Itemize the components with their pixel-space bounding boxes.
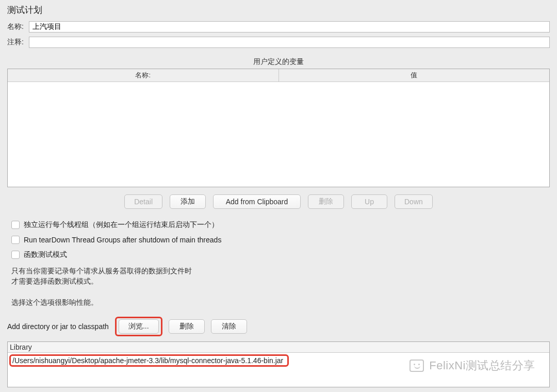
checkbox-icon[interactable] [11,251,20,259]
library-header: Library [8,342,549,353]
comment-row: 注释: [7,37,550,48]
classpath-label: Add directory or jar to classpath [7,322,109,331]
vars-table[interactable]: 名称: 值 [7,69,550,187]
checkbox-icon[interactable] [11,221,20,229]
classpath-delete-button[interactable]: 删除 [169,319,205,334]
comment-input[interactable] [29,37,550,48]
name-input[interactable] [29,21,550,32]
functional-mode-label: 函数测试模式 [24,250,67,259]
col-value-header[interactable]: 值 [279,69,550,81]
checkbox-icon[interactable] [11,236,20,244]
comment-label: 注释: [7,38,29,47]
browse-button[interactable]: 浏览... [119,319,159,334]
name-label: 名称: [7,22,29,31]
add-button[interactable]: 添加 [170,194,206,209]
down-button[interactable]: Down [395,194,433,209]
vars-section-title: 用户定义的变量 [0,56,557,69]
add-from-clipboard-button[interactable]: Add from Clipboard [213,194,301,209]
form-area: 名称: 注释: [0,20,557,56]
col-name-header[interactable]: 名称: [8,69,279,81]
vars-table-body[interactable] [8,82,549,187]
vars-table-header: 名称: 值 [8,69,549,82]
help-line-1: 只有当你需要记录每个请求从服务器取得的数据到文件时 [11,266,546,276]
detail-button[interactable]: Detail [124,194,162,209]
serial-threadgroups-label: 独立运行每个线程组（例如在一个组运行结束后启动下一个） [24,220,219,230]
help-text: 只有当你需要记录每个请求从服务器取得的数据到文件时 才需要选择函数测试模式。 选… [11,266,546,307]
delete-button[interactable]: 删除 [308,194,344,209]
functional-mode-row[interactable]: 函数测试模式 [11,250,546,259]
teardown-row[interactable]: Run tearDown Thread Groups after shutdow… [11,236,546,244]
library-entry-highlight: /Users/nishuangyi/Desktop/apache-jmeter-… [9,354,289,367]
classpath-row: Add directory or jar to classpath 浏览... … [7,317,550,336]
vars-button-row: Detail 添加 Add from Clipboard 删除 Up Down [0,187,557,218]
library-list[interactable]: Library /Users/nishuangyi/Desktop/apache… [7,341,550,387]
help-line-3: 选择这个选项很影响性能。 [11,297,546,307]
teardown-label: Run tearDown Thread Groups after shutdow… [24,236,221,244]
classpath-clear-button[interactable]: 清除 [211,319,247,334]
help-line-2: 才需要选择函数测试模式。 [11,276,546,286]
options-area: 独立运行每个线程组（例如在一个组运行结束后启动下一个） Run tearDown… [0,218,557,317]
name-row: 名称: [7,21,550,32]
library-entry-row[interactable]: /Users/nishuangyi/Desktop/apache-jmeter-… [8,353,549,368]
serial-threadgroups-row[interactable]: 独立运行每个线程组（例如在一个组运行结束后启动下一个） [11,220,546,230]
panel-title: 测试计划 [0,0,557,20]
up-button[interactable]: Up [351,194,387,209]
classpath-area: Add directory or jar to classpath 浏览... … [0,317,557,387]
highlight-browse: 浏览... [115,317,162,336]
